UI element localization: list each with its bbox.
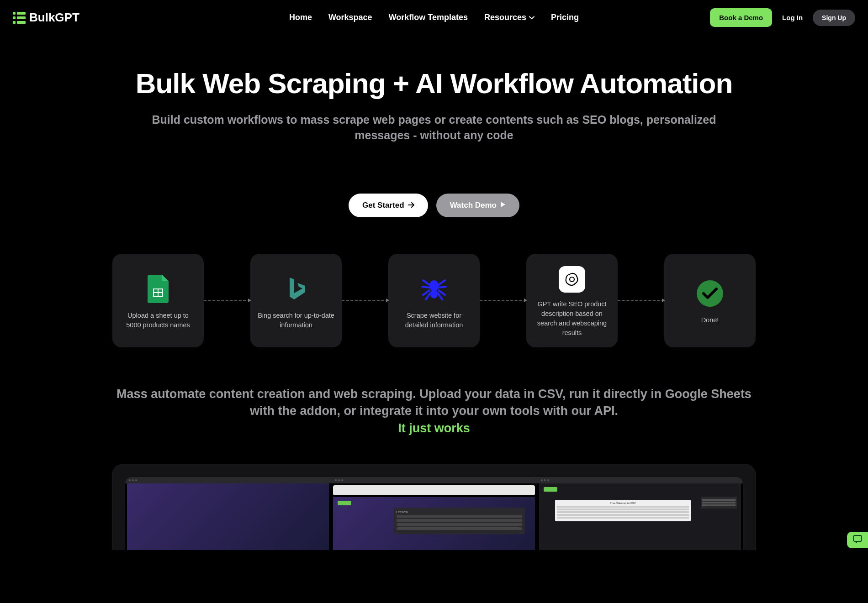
demo-col-left bbox=[125, 477, 331, 550]
svg-rect-5 bbox=[17, 21, 26, 24]
book-demo-button[interactable]: Book a Demo bbox=[710, 8, 772, 27]
nav-resources[interactable]: Resources bbox=[484, 13, 535, 22]
hero-section: Bulk Web Scraping + AI Workflow Automati… bbox=[0, 35, 868, 217]
get-started-button[interactable]: Get Started bbox=[349, 194, 428, 217]
brand-name: BulkGPT bbox=[29, 10, 79, 25]
svg-rect-1 bbox=[13, 16, 16, 19]
brand-logo[interactable]: BulkGPT bbox=[13, 10, 79, 25]
svg-rect-2 bbox=[13, 21, 16, 24]
flow-connector bbox=[618, 300, 664, 301]
csv-panel-title: Free Sitemap to CSV bbox=[557, 502, 688, 504]
flow-connector bbox=[342, 300, 388, 301]
hero-subtitle: Build custom workflows to mass scrape we… bbox=[137, 112, 731, 143]
nav-workspace[interactable]: Workspace bbox=[328, 13, 372, 22]
demo-col-center: Preview bbox=[331, 477, 537, 550]
step-label: Done! bbox=[701, 315, 719, 325]
step-card-scrape: Scrape website for detailed information bbox=[388, 254, 480, 347]
chevron-down-icon bbox=[529, 15, 535, 21]
site-header: BulkGPT Home Workspace Workflow Template… bbox=[0, 0, 868, 35]
svg-rect-0 bbox=[13, 12, 16, 15]
flow-connector bbox=[480, 300, 526, 301]
openai-icon bbox=[559, 263, 585, 296]
flow-connector bbox=[204, 300, 250, 301]
mid-copy: Mass automate content creation and web s… bbox=[0, 386, 868, 437]
watch-demo-button[interactable]: Watch Demo bbox=[436, 194, 519, 217]
demo-screenshot-panel: Preview Free Sitemap to CSV bbox=[112, 464, 756, 550]
hero-title: Bulk Web Scraping + AI Workflow Automati… bbox=[18, 67, 850, 100]
spider-icon bbox=[419, 271, 449, 307]
chat-icon bbox=[853, 535, 862, 545]
arrow-right-icon bbox=[408, 201, 414, 210]
nav-home[interactable]: Home bbox=[289, 13, 312, 22]
step-label: Bing search for up-to-date information bbox=[258, 311, 334, 330]
nav-templates[interactable]: Workflow Templates bbox=[389, 13, 468, 22]
svg-rect-9 bbox=[853, 535, 862, 541]
header-actions: Book a Demo Log In Sign Up bbox=[710, 8, 855, 27]
step-card-bing: Bing search for up-to-date information bbox=[250, 254, 342, 347]
sheets-icon bbox=[148, 271, 169, 307]
main-nav: Home Workspace Workflow Templates Resour… bbox=[289, 13, 579, 22]
chat-fab[interactable] bbox=[847, 532, 868, 548]
svg-rect-3 bbox=[17, 12, 26, 15]
step-label: GPT write SEO product description based … bbox=[534, 299, 610, 338]
svg-point-7 bbox=[430, 289, 438, 299]
step-card-done: Done! bbox=[664, 254, 756, 347]
signup-button[interactable]: Sign Up bbox=[813, 10, 855, 26]
step-card-gpt: GPT write SEO product description based … bbox=[526, 254, 618, 347]
demo-col-right: Free Sitemap to CSV bbox=[537, 477, 743, 550]
mid-highlight: It just works bbox=[114, 420, 754, 437]
nav-pricing[interactable]: Pricing bbox=[551, 13, 579, 22]
step-label: Scrape website for detailed information bbox=[396, 311, 472, 330]
svg-point-8 bbox=[570, 277, 574, 282]
login-link[interactable]: Log In bbox=[782, 14, 803, 21]
workflow-steps: Upload a sheet up to 5000 products names… bbox=[0, 254, 868, 347]
hero-ctas: Get Started Watch Demo bbox=[18, 194, 850, 217]
demo-screenshot: Preview Free Sitemap to CSV bbox=[125, 477, 743, 550]
step-label: Upload a sheet up to 5000 products names bbox=[120, 311, 196, 330]
play-icon bbox=[500, 201, 506, 210]
mid-text: Mass automate content creation and web s… bbox=[114, 386, 754, 420]
check-circle-icon bbox=[697, 275, 723, 312]
bing-icon bbox=[285, 271, 307, 307]
svg-rect-4 bbox=[17, 16, 26, 19]
preview-label: Preview bbox=[397, 510, 522, 514]
step-card-upload: Upload a sheet up to 5000 products names bbox=[112, 254, 204, 347]
logo-icon bbox=[13, 12, 26, 24]
